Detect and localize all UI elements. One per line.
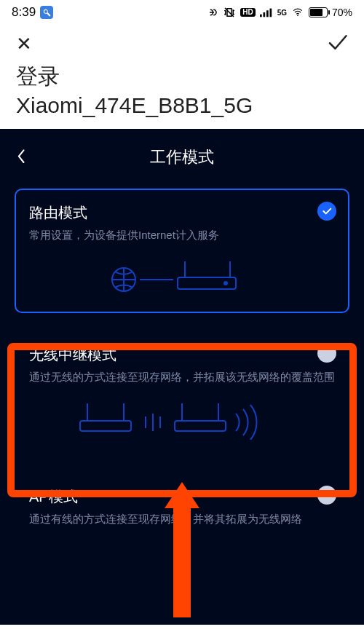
close-button[interactable]: ✕ [16,33,32,55]
page-title: 工作模式 [0,146,364,168]
hd-badge: HD [240,8,255,17]
svg-rect-2 [266,10,269,17]
mode-radio[interactable] [317,486,336,505]
network-type-badge: 5G [277,9,287,17]
mode-card-title: 路由模式 [29,203,335,223]
svg-rect-0 [260,15,262,17]
wrench-icon [40,6,53,19]
battery-percent: 70% [332,7,352,18]
page-label: 登录 [16,63,348,90]
mode-radio-selected[interactable] [317,202,336,221]
mode-card-desc: 通过无线的方式连接至现存网络，并拓展该无线网络的覆盖范围 [29,369,335,385]
svg-rect-1 [263,12,265,17]
mode-card-desc: 常用设置，为设备提供Internet计入服务 [29,227,335,243]
mode-card-title: 无线中继模式 [29,345,335,365]
svg-rect-3 [269,9,272,17]
page-header: 工作模式 [0,139,364,175]
address-area: 登录 Xiaomi_474E_B8B1_5G [0,63,364,129]
svg-rect-17 [175,421,226,431]
wifi-icon [291,7,304,17]
mode-cards: 路由模式 常用设置，为设备提供Internet计入服务 无线中继模式 [0,175,364,538]
confirm-button[interactable] [326,31,348,56]
signal-icon [260,7,273,17]
mode-card-desc: 通过有线的方式连接至现存网络，并将其拓展为无线网络 [29,511,335,527]
mode-radio[interactable] [317,344,336,363]
browser-toolbar: ✕ [0,25,364,63]
link-icon [205,6,218,19]
router-mode-illustration-icon [29,250,335,301]
svg-rect-11 [80,421,131,431]
mode-card-title: AP模式 [29,487,335,507]
svg-point-4 [297,15,298,16]
repeater-mode-illustration-icon [29,392,335,443]
vibrate-silent-icon [223,6,236,19]
router-admin-page: 工作模式 路由模式 常用设置，为设备提供Internet计入服务 [0,129,364,625]
mode-card-router[interactable]: 路由模式 常用设置，为设备提供Internet计入服务 [15,189,349,313]
battery-icon [309,7,328,17]
status-bar: 8:39 HD 5G 70% [0,0,364,25]
mode-card-repeater[interactable]: 无线中继模式 通过无线的方式连接至现存网络，并拓展该无线网络的覆盖范围 [15,331,349,455]
back-button[interactable] [15,145,29,168]
status-time: 8:39 [12,5,36,20]
svg-point-10 [224,282,227,285]
mode-card-ap[interactable]: AP模式 通过有线的方式连接至现存网络，并将其拓展为无线网络 [15,473,349,539]
page-host: Xiaomi_474E_B8B1_5G [16,92,348,119]
